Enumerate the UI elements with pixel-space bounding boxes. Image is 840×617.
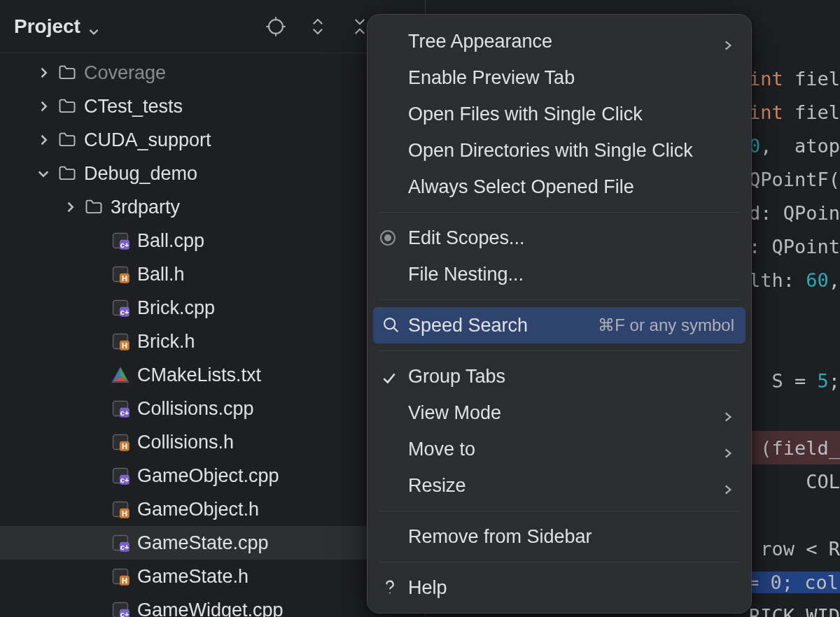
tree-item-label: GameObject.h: [137, 500, 259, 519]
menu-item[interactable]: Resize: [368, 467, 751, 504]
tree-item-label: CUDA_support: [84, 131, 211, 150]
menu-item[interactable]: Speed Search⌘F or any symbol: [373, 307, 746, 343]
expander-spacer: [90, 234, 104, 248]
menu-item[interactable]: Help: [368, 569, 751, 606]
radio-icon: [380, 230, 396, 246]
tree-row[interactable]: HCollisions.h: [0, 425, 425, 459]
expander-spacer: [90, 301, 104, 315]
cpp-file-icon: c+: [111, 600, 130, 617]
chevron-down-icon[interactable]: [36, 166, 50, 180]
menu-item[interactable]: Move to: [368, 431, 751, 467]
menu-item[interactable]: Open Directories with Single Click: [368, 132, 751, 169]
svg-text:H: H: [122, 509, 127, 518]
tree-item-label: Ball.h: [137, 265, 185, 284]
chevron-right-icon[interactable]: [36, 66, 50, 80]
project-view-selector[interactable]: Project: [14, 15, 100, 38]
tree-item-label: Debug_demo: [84, 164, 197, 183]
menu-item[interactable]: Tree Appearance: [368, 23, 751, 59]
tree-row[interactable]: c+GameWidget.cpp: [0, 593, 425, 617]
menu-item[interactable]: Edit Scopes...: [368, 220, 751, 256]
chevron-right-icon[interactable]: [36, 133, 50, 147]
project-panel-header: Project: [0, 0, 425, 53]
tree-item-label: 3rdparty: [111, 198, 180, 217]
menu-item-label: Help: [408, 577, 447, 599]
tree-item-label: GameWidget.cpp: [137, 601, 284, 618]
tree-item-label: CTest_tests: [84, 97, 183, 116]
locate-icon[interactable]: [265, 16, 286, 37]
menu-item-label: Tree Appearance: [408, 31, 552, 52]
menu-item-label: Edit Scopes...: [408, 227, 525, 249]
tree-row[interactable]: 3rdparty: [0, 190, 425, 224]
tree-row[interactable]: c+GameObject.cpp: [0, 459, 425, 492]
tree-row[interactable]: CUDA_support: [0, 123, 425, 157]
folder-icon: [57, 63, 77, 83]
project-tree[interactable]: CoverageCTest_testsCUDA_supportDebug_dem…: [0, 53, 425, 617]
menu-item[interactable]: Enable Preview Tab: [368, 59, 751, 96]
chevron-right-icon: [722, 406, 734, 419]
help-icon: [380, 578, 400, 597]
tree-row[interactable]: c+Collisions.cpp: [0, 392, 425, 425]
tree-row[interactable]: Debug_demo: [0, 157, 425, 190]
menu-item-label: Always Select Opened File: [408, 176, 634, 198]
header-file-icon: H: [111, 499, 130, 519]
tree-row[interactable]: Coverage: [0, 56, 425, 90]
svg-text:c+: c+: [120, 241, 130, 249]
menu-separator: [379, 562, 740, 562]
menu-item[interactable]: Always Select Opened File: [368, 169, 751, 205]
tree-row[interactable]: CMakeLists.txt: [0, 358, 425, 392]
expander-spacer: [90, 536, 104, 550]
cpp-file-icon: c+: [111, 298, 130, 318]
menu-separator: [379, 212, 740, 213]
svg-text:c+: c+: [120, 476, 130, 484]
svg-line-46: [394, 328, 398, 332]
tree-row[interactable]: HBall.h: [0, 257, 425, 291]
options-popup-menu[interactable]: Tree AppearanceEnable Preview TabOpen Fi…: [367, 14, 752, 614]
menu-item[interactable]: Open Files with Single Click: [368, 96, 751, 132]
expander-spacer: [90, 469, 104, 483]
chevron-down-icon: [88, 20, 100, 33]
chevron-right-icon[interactable]: [63, 200, 77, 214]
menu-separator: [379, 299, 740, 300]
svg-text:H: H: [122, 442, 127, 451]
menu-item[interactable]: Remove from Sidebar: [368, 518, 751, 555]
tree-row[interactable]: c+Brick.cpp: [0, 291, 425, 325]
cpp-file-icon: c+: [111, 231, 130, 250]
menu-item[interactable]: File Nesting...: [368, 256, 751, 292]
tree-row[interactable]: HGameObject.h: [0, 492, 425, 526]
svg-point-47: [389, 593, 391, 594]
menu-item[interactable]: Group Tabs: [368, 358, 751, 395]
svg-text:c+: c+: [120, 543, 130, 551]
menu-item[interactable]: View Mode: [368, 395, 751, 431]
tree-row[interactable]: HGameState.h: [0, 560, 425, 593]
menu-item-label: Resize: [408, 475, 466, 497]
tree-item-label: GameState.h: [137, 567, 248, 586]
cpp-file-icon: c+: [111, 533, 130, 553]
menu-separator: [379, 511, 740, 511]
tree-item-label: GameState.cpp: [137, 534, 269, 553]
menu-item-label: Move to: [408, 439, 475, 460]
menu-item-shortcut: ⌘F or any symbol: [598, 315, 734, 335]
tree-row[interactable]: c+Ball.cpp: [0, 224, 425, 257]
tree-item-label: Collisions.cpp: [137, 399, 254, 418]
cpp-file-icon: c+: [111, 399, 130, 418]
project-panel: Project CoverageCTest_testsCUDA_supportD…: [0, 0, 426, 617]
chevron-right-icon[interactable]: [36, 99, 50, 113]
svg-text:H: H: [122, 576, 127, 585]
svg-text:c+: c+: [120, 409, 130, 417]
expand-all-icon[interactable]: [307, 16, 328, 37]
menu-item-label: Remove from Sidebar: [408, 526, 592, 548]
folder-icon: [57, 130, 77, 150]
menu-item-label: Enable Preview Tab: [408, 67, 575, 89]
chevron-right-icon: [722, 35, 734, 48]
expander-spacer: [90, 402, 104, 416]
expander-spacer: [90, 502, 104, 516]
tree-item-label: Brick.cpp: [137, 299, 215, 318]
svg-text:c+: c+: [120, 308, 130, 316]
tree-row[interactable]: c+GameState.cpp: [0, 526, 425, 560]
expander-spacer: [90, 435, 104, 449]
menu-item-label: Group Tabs: [408, 366, 505, 388]
tree-row[interactable]: CTest_tests: [0, 90, 425, 123]
tree-row[interactable]: HBrick.h: [0, 325, 425, 358]
chevron-right-icon: [722, 443, 734, 455]
svg-text:H: H: [122, 274, 127, 283]
